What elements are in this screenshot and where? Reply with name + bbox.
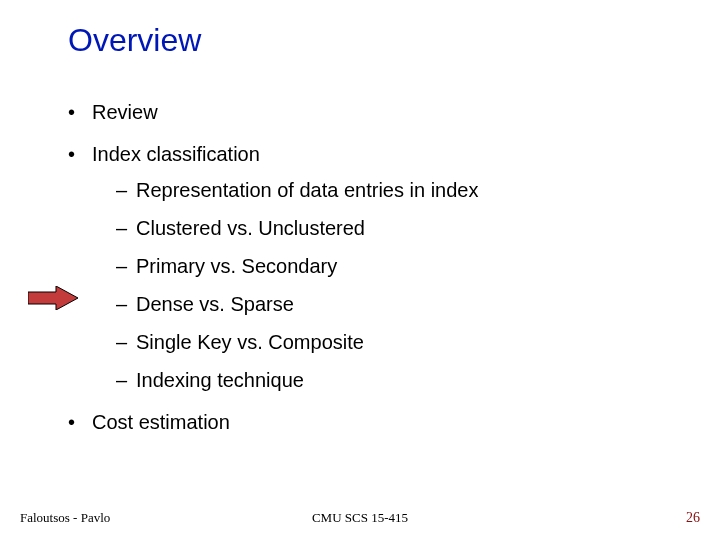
sub-bullet-item: Clustered vs. Unclustered — [116, 216, 680, 240]
bullet-text: Index classification — [92, 143, 260, 165]
slide: Overview Review Index classification Rep… — [0, 0, 720, 540]
svg-marker-0 — [28, 286, 78, 310]
sub-bullet-item: Primary vs. Secondary — [116, 254, 680, 278]
bullet-item: Cost estimation — [68, 410, 680, 434]
bullet-list: Review Index classification Representati… — [68, 100, 680, 434]
sub-bullet-item: Dense vs. Sparse — [116, 292, 680, 316]
bullet-item: Review — [68, 100, 680, 124]
sub-bullet-item: Single Key vs. Composite — [116, 330, 680, 354]
sub-bullet-text: Indexing technique — [136, 369, 304, 391]
sub-bullet-text: Primary vs. Secondary — [136, 255, 337, 277]
slide-title: Overview — [68, 22, 201, 59]
slide-body: Review Index classification Representati… — [68, 100, 680, 452]
footer-center: CMU SCS 15-415 — [0, 510, 720, 526]
bullet-item: Index classification Representation of d… — [68, 142, 680, 392]
sub-bullet-text: Dense vs. Sparse — [136, 293, 294, 315]
sub-bullet-text: Single Key vs. Composite — [136, 331, 364, 353]
sub-bullet-list: Representation of data entries in index … — [92, 178, 680, 392]
sub-bullet-item: Representation of data entries in index — [116, 178, 680, 202]
sub-bullet-text: Representation of data entries in index — [136, 179, 478, 201]
sub-bullet-item: Indexing technique — [116, 368, 680, 392]
sub-bullet-text: Clustered vs. Unclustered — [136, 217, 365, 239]
arrow-right-icon — [28, 286, 78, 314]
bullet-text: Review — [92, 101, 158, 123]
page-number: 26 — [686, 510, 700, 526]
bullet-text: Cost estimation — [92, 411, 230, 433]
